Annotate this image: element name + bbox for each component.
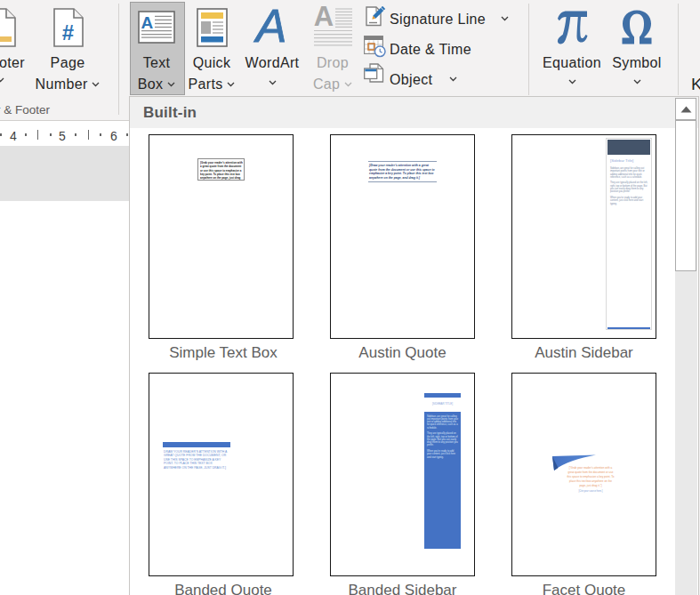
svg-text:#: # [62,20,74,44]
svg-text:A: A [141,13,154,32]
